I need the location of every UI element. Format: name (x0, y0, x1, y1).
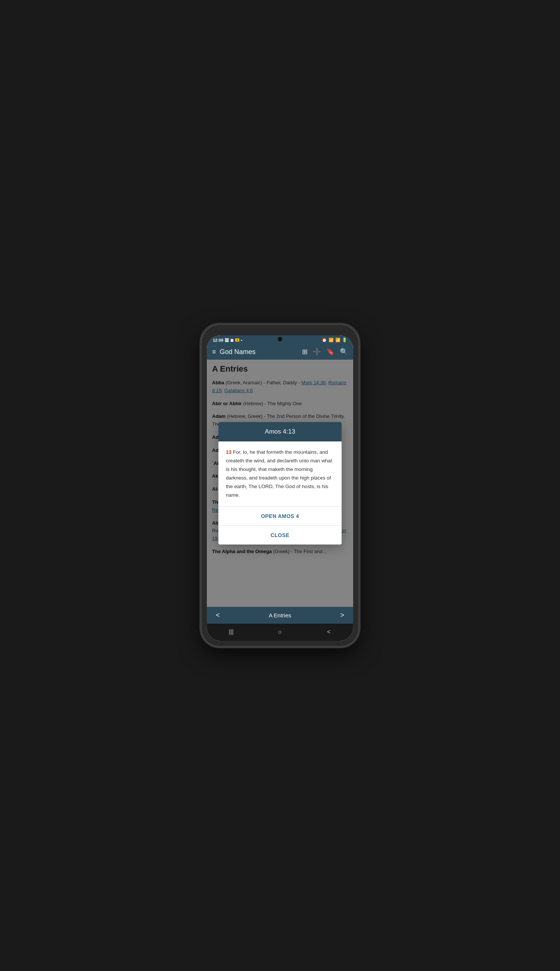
search-icon[interactable]: 🔍 (340, 348, 348, 356)
modal-body: 13 For, lo, he that formeth the mountain… (218, 441, 342, 507)
app-bar: ≡ God Names ⊞ ➕ 🔖 🔍 (207, 344, 353, 360)
time-display: 12:09 (213, 338, 223, 342)
app-bar-icons: ⊞ ➕ 🔖 🔍 (302, 348, 348, 356)
close-label: CLOSE (271, 532, 290, 538)
notification-badge: A (235, 339, 239, 342)
modal-overlay[interactable]: Amos 4:13 13 For, lo, he that formeth th… (207, 360, 353, 607)
signal2-icon: 📶 (335, 338, 340, 342)
status-left: 12:09 🖼 ▦ A • (213, 338, 242, 342)
open-chapter-label: OPEN AMOS 4 (261, 513, 299, 519)
status-right: ⏰ 📶 📶 🔋 (322, 338, 347, 342)
verse-text: For, lo, he that formeth the mountains, … (226, 449, 332, 498)
modal-header: Amos 4:13 (218, 422, 342, 441)
content-area: A Entries Abba (Greek, Aramaic) - Father… (207, 360, 353, 607)
modal-title: Amos 4:13 (265, 428, 295, 435)
app-title: God Names (220, 348, 298, 356)
back-button[interactable]: < (324, 627, 334, 637)
close-button[interactable]: CLOSE (218, 526, 342, 544)
signal-icon: 📶 (328, 338, 334, 342)
camera-notch (278, 337, 282, 341)
bottom-nav: < A Entries > (207, 607, 353, 624)
modal-dialog: Amos 4:13 13 For, lo, he that formeth th… (218, 422, 342, 544)
alarm-icon: ⏰ (322, 338, 327, 342)
recent-apps-button[interactable]: ||| (226, 627, 236, 637)
verse-number: 13 (226, 449, 232, 455)
home-button[interactable]: ○ (275, 627, 285, 637)
home-icon: ○ (278, 628, 282, 636)
image-icon: 🖼 (225, 338, 229, 342)
menu-icon[interactable]: ≡ (212, 348, 216, 356)
next-button[interactable]: > (337, 610, 347, 621)
bottom-nav-title: A Entries (223, 612, 337, 619)
open-chapter-button[interactable]: OPEN AMOS 4 (218, 507, 342, 526)
battery-icon: 🔋 (342, 338, 347, 342)
bookmark-icon[interactable]: 🔖 (326, 348, 335, 356)
grid-view-icon[interactable]: ⊞ (302, 348, 308, 356)
dot-indicator: • (241, 338, 242, 342)
calendar-icon: ▦ (230, 339, 234, 342)
recent-apps-icon: ||| (229, 629, 233, 635)
system-nav: ||| ○ < (207, 624, 353, 641)
back-icon: < (327, 629, 330, 635)
add-icon[interactable]: ➕ (313, 348, 321, 356)
phone-frame: 12:09 🖼 ▦ A • ⏰ 📶 📶 🔋 ≡ God Names ⊞ ➕ 🔖 … (202, 325, 358, 646)
prev-button[interactable]: < (213, 610, 223, 621)
phone-screen: 12:09 🖼 ▦ A • ⏰ 📶 📶 🔋 ≡ God Names ⊞ ➕ 🔖 … (207, 335, 353, 641)
